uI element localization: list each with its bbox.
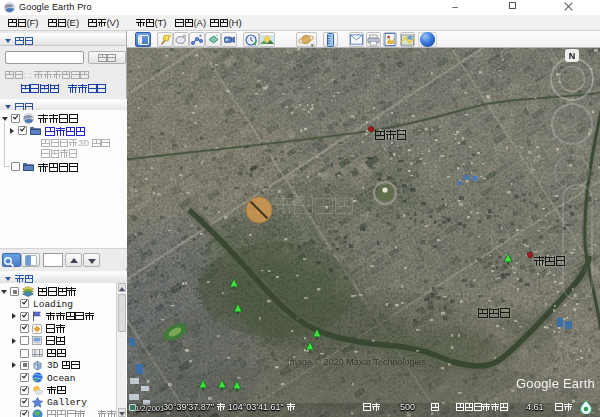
svg-text:N: N: [569, 51, 576, 61]
